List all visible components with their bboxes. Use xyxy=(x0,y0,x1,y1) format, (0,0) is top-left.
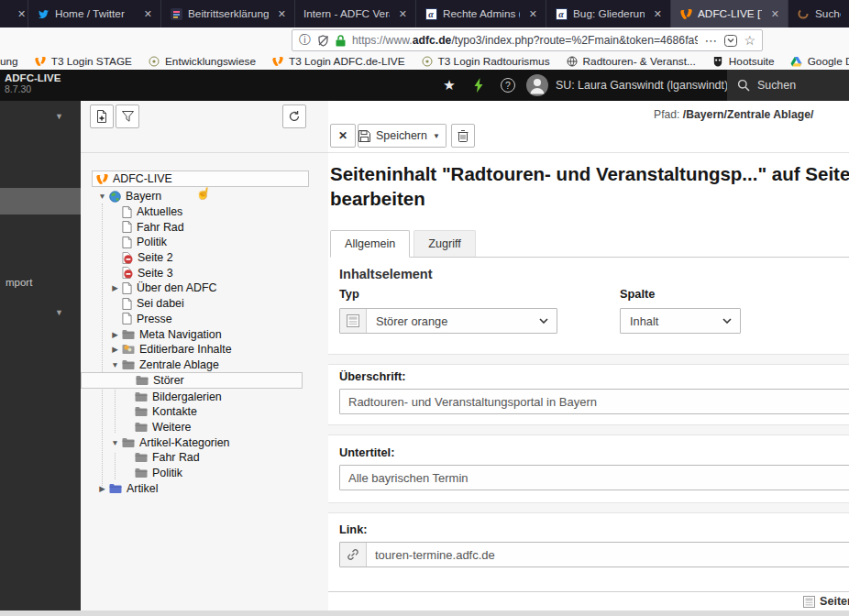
tree-item-bildergalerien[interactable]: Bildergalerien xyxy=(81,389,328,404)
typo3-top-bar: ADFC-LIVE 8.7.30 ★ ? SU: Laura Ganswindt… xyxy=(0,70,849,101)
chevron-down-icon[interactable]: ▼ xyxy=(55,308,63,317)
tree-item-aktuelles[interactable]: Aktuelles xyxy=(81,204,328,220)
close-button[interactable]: ✕ xyxy=(330,124,356,148)
shield-blocked-icon[interactable] xyxy=(317,35,329,47)
spalte-select[interactable]: Inhalt xyxy=(620,308,741,334)
tab-close-icon[interactable]: ✕ xyxy=(14,8,26,20)
delete-button[interactable] xyxy=(451,124,475,148)
typ-select[interactable]: Störer orange xyxy=(339,308,557,334)
folder-special-icon xyxy=(122,344,135,355)
tree-item-politik[interactable]: Politik xyxy=(81,235,328,250)
tree-item-ueber-den-adfc[interactable]: ▶ Über den ADFC xyxy=(81,280,328,296)
tab-close-icon[interactable]: ✕ xyxy=(650,8,662,20)
spalte-label: Spalte xyxy=(620,287,655,301)
folder-blue-icon xyxy=(109,483,122,494)
folder-icon xyxy=(135,391,148,402)
module-item-active[interactable] xyxy=(0,188,81,214)
tree-item-stoerer-selected[interactable]: Störer xyxy=(81,372,303,389)
tree-item-politik-kategorie[interactable]: Politik xyxy=(81,466,328,481)
tree-item-sei-dabei[interactable]: Sei dabei xyxy=(81,296,328,312)
ueberschrift-input[interactable] xyxy=(339,389,849,414)
new-page-button[interactable] xyxy=(90,104,114,128)
untertitel-input[interactable] xyxy=(339,465,849,490)
tree-item-weitere[interactable]: Weitere xyxy=(81,420,328,435)
bookmark-t3-live[interactable]: T3 Login ADFC.de-LIVE xyxy=(271,55,405,68)
lock-icon[interactable] xyxy=(336,35,346,47)
tab-intern-adfc[interactable]: Intern - ADFC Veranstal ✕ xyxy=(294,0,415,28)
typo3-logo-icon xyxy=(96,173,108,185)
tab-rechte-admins[interactable]: α Rechte Admins (#5 ✕ xyxy=(415,0,546,28)
tree-item-fahr-rad-kategorie[interactable]: Fahr Rad xyxy=(81,450,328,466)
tab-twitter[interactable]: Home / Twitter ✕ xyxy=(28,0,160,28)
page-actions-icon[interactable]: ⋯ xyxy=(704,33,718,48)
filter-button[interactable] xyxy=(116,104,139,128)
bookmark-radtouren-portal[interactable]: Radtouren- & Veranst... xyxy=(566,55,696,68)
folder-icon xyxy=(122,437,135,448)
expander-closed-icon[interactable]: ▶ xyxy=(97,484,107,493)
tree-item-presse[interactable]: Presse xyxy=(81,312,328,327)
pocket-icon[interactable] xyxy=(724,35,737,47)
tab-adfc-live-active[interactable]: ADFC-LIVE [TYPO3 ✕ xyxy=(670,0,788,28)
link-input-group[interactable] xyxy=(339,542,849,567)
expander-closed-icon[interactable]: ▶ xyxy=(110,283,120,292)
tab-close-icon[interactable]: ✕ xyxy=(525,8,537,20)
clear-cache-bolt-icon[interactable] xyxy=(468,70,490,101)
tab-close-icon[interactable]: ✕ xyxy=(140,8,152,20)
tab-close-icon[interactable]: ✕ xyxy=(767,8,779,20)
toolbar-search[interactable]: Suchen xyxy=(727,70,849,101)
tab-close-icon[interactable]: ✕ xyxy=(395,8,407,20)
typo3-sitename[interactable]: ADFC-LIVE 8.7.30 xyxy=(5,72,61,94)
docheader-divider xyxy=(81,152,328,153)
tab-beitrittserklaerung[interactable]: Beitrittserklärung o ✕ xyxy=(160,0,294,28)
bookmark-star-icon[interactable]: ☆ xyxy=(744,33,755,48)
tab-allgemein[interactable]: Allgemein xyxy=(330,230,410,258)
tree-item-seite-3[interactable]: Seite 3 xyxy=(81,265,328,280)
bookmark-partial[interactable]: ung xyxy=(0,55,18,68)
typ-label: Typ xyxy=(339,287,359,301)
tab-partial[interactable]: ✕ xyxy=(0,0,28,28)
tree-item-editierbare-inhalte[interactable]: ▶ Editierbare Inhalte xyxy=(81,342,328,358)
folder-icon xyxy=(135,422,148,433)
tree-item-meta-navigation[interactable]: ▶ Meta Navigation xyxy=(81,326,328,342)
bookmark-entwicklungswiese[interactable]: Entwicklungswiese xyxy=(148,55,256,68)
tab-zugriff[interactable]: Zugriff xyxy=(413,230,475,257)
expander-open-icon[interactable]: ▼ xyxy=(97,192,107,201)
bookmark-google-drive[interactable]: Google Drive - Zugriff... xyxy=(790,55,849,68)
refresh-icon xyxy=(288,110,301,123)
bookmark-hootsuite[interactable]: Hootsuite xyxy=(711,55,775,68)
tree-item-artikel-kategorien[interactable]: ▼ Artikel-Kategorien xyxy=(81,434,328,450)
refresh-button[interactable] xyxy=(282,104,306,128)
url-bar[interactable]: ⓘ https://www.adfc.de/typo3/index.php?ro… xyxy=(292,29,763,51)
link-input[interactable] xyxy=(367,548,849,562)
expander-closed-icon[interactable]: ▶ xyxy=(110,345,120,354)
search-icon xyxy=(737,79,750,92)
bookmark-t3-stage[interactable]: T3 Login STAGE xyxy=(34,55,132,68)
tree-item-artikel[interactable]: ▶ Artikel xyxy=(81,480,328,496)
module-item-label[interactable]: mport xyxy=(6,277,32,288)
url-text[interactable]: https://www.adfc.de/typo3/index.php?rout… xyxy=(352,34,698,47)
page-info-icon[interactable]: ⓘ xyxy=(299,32,311,49)
page-icon xyxy=(122,221,132,233)
save-options-dropdown[interactable]: ▼ xyxy=(427,124,447,148)
expander-closed-icon[interactable]: ▶ xyxy=(110,330,120,339)
page-icon xyxy=(122,313,132,324)
tree-item-seite-2[interactable]: Seite 2 xyxy=(81,250,328,266)
bookmark-t3-radtourismus[interactable]: T3 Login Radtourismus xyxy=(421,55,550,68)
user-menu[interactable]: SU: Laura Ganswindt (lganswindt) xyxy=(526,70,728,101)
tab-suche[interactable]: Suche xyxy=(788,0,849,28)
expander-open-icon[interactable]: ▼ xyxy=(110,360,120,369)
tree-item-fahr-rad[interactable]: Fahr Rad xyxy=(81,219,328,235)
horizontal-scrollbar[interactable] xyxy=(0,610,849,616)
tree-item-zentrale-ablage[interactable]: ▼ Zentrale Ablage xyxy=(81,358,328,373)
tree-item-kontakte[interactable]: Kontakte xyxy=(81,404,328,420)
bookmarks-star-toolbar-icon[interactable]: ★ xyxy=(438,70,460,101)
new-page-icon xyxy=(95,110,108,123)
expander-open-icon[interactable]: ▼ xyxy=(110,438,120,447)
help-icon[interactable]: ? xyxy=(497,70,519,101)
typo3-favicon-icon xyxy=(271,55,284,68)
caret-down-icon: ▼ xyxy=(433,132,440,140)
tab-bug-gliederungen[interactable]: α Bug: Gliederungen ✕ xyxy=(546,0,670,28)
tab-close-icon[interactable]: ✕ xyxy=(274,8,286,20)
save-button[interactable]: Speichern xyxy=(358,124,428,148)
chevron-down-icon[interactable]: ▼ xyxy=(55,112,63,121)
